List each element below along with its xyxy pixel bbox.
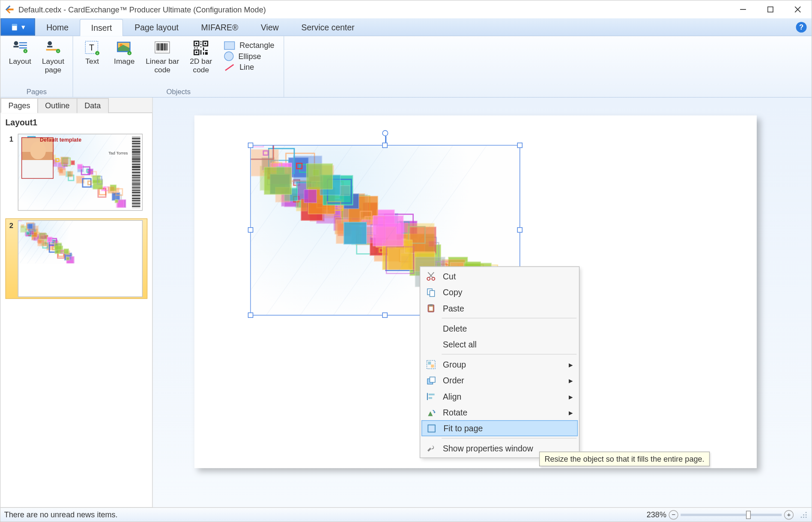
svg-point-80 (801, 516, 802, 518)
template-label: Default template (40, 137, 81, 143)
2d-barcode-button[interactable]: 2D bar code (186, 39, 216, 86)
svg-rect-51 (205, 50, 208, 51)
svg-point-78 (803, 514, 804, 515)
menu-item-paste[interactable]: Paste (421, 300, 578, 316)
svg-text:+: + (57, 49, 60, 53)
side-panel-tabs: Pages Outline Data (0, 98, 152, 113)
resize-handle-lm[interactable] (248, 227, 253, 232)
svg-rect-44 (196, 52, 197, 53)
svg-rect-50 (203, 47, 204, 50)
app-icon (4, 4, 15, 15)
title-bar: Default.cedx - CardExchange™ Producer Ul… (0, 0, 811, 18)
menu-item-delete[interactable]: Delete (421, 320, 578, 336)
ellipse-icon (224, 51, 233, 61)
main-area: Pages Outline Data Layout1 1 Default tem… (0, 98, 811, 507)
svg-rect-67 (431, 364, 434, 367)
tab-insert[interactable]: Insert (80, 19, 123, 36)
page-thumbnail-1[interactable]: 1 Default template Tad Torres (5, 132, 147, 212)
submenu-arrow-icon: ▸ (569, 376, 573, 385)
zoom-level: 238% (647, 510, 666, 519)
zoom-slider[interactable] (681, 513, 782, 516)
svg-rect-71 (429, 393, 435, 395)
svg-rect-54 (205, 52, 208, 55)
svg-point-56 (427, 277, 430, 280)
cut-icon (426, 271, 436, 281)
barcode-icon (132, 137, 140, 208)
ribbon-group-objects: T+ Text + Image Linear bar code 2D bar c… (73, 36, 284, 97)
linear-barcode-button[interactable]: Linear bar code (142, 39, 183, 86)
ribbon-content: + Layout + Layout page Pages T+ Text + I… (0, 36, 811, 98)
svg-point-82 (806, 516, 807, 518)
svg-text:T: T (89, 43, 94, 52)
svg-rect-38 (157, 51, 168, 52)
tab-view[interactable]: View (250, 18, 290, 36)
resize-handle-tr[interactable] (517, 142, 522, 148)
tab-mifare[interactable]: MIFARE® (190, 18, 249, 36)
tab-home[interactable]: Home (35, 18, 80, 36)
tab-service-center[interactable]: Service center (290, 18, 366, 36)
resize-handle-bl[interactable] (248, 312, 253, 317)
zoom-slider-thumb[interactable] (746, 510, 751, 519)
layout-button[interactable]: + Layout (5, 39, 35, 86)
thumbnail-preview-2 (18, 220, 143, 297)
resize-handle-bm[interactable] (382, 312, 387, 317)
menu-item-align[interactable]: Align ▸ (421, 388, 578, 404)
help-icon[interactable]: ? (796, 22, 807, 33)
resize-handle-rm[interactable] (517, 227, 522, 232)
group-label-pages: Pages (27, 86, 47, 96)
svg-point-77 (806, 512, 807, 513)
svg-text:+: + (128, 51, 131, 56)
menu-item-rotate[interactable]: Rotate ▸ (421, 404, 578, 420)
svg-rect-5 (12, 24, 17, 26)
rotation-handle[interactable] (382, 130, 388, 136)
side-tab-outline[interactable]: Outline (37, 98, 77, 113)
submenu-arrow-icon: ▸ (569, 359, 573, 369)
canvas-viewport[interactable]: Cut Copy Paste Delete Select all (153, 98, 812, 507)
side-tab-pages[interactable]: Pages (0, 98, 38, 113)
svg-rect-66 (428, 361, 431, 364)
menu-item-group[interactable]: Group ▸ (421, 356, 578, 372)
zoom-out-button[interactable]: − (669, 510, 678, 519)
resize-handle-tl[interactable] (248, 142, 253, 148)
menu-item-select-all[interactable]: Select all (421, 336, 578, 352)
text-button[interactable]: T+ Text (78, 39, 107, 86)
ribbon-tab-strip: ▾ Home Insert Page layout MIFARE® View S… (0, 18, 811, 36)
qr-icon (193, 40, 209, 56)
svg-rect-1 (768, 7, 773, 12)
page-thumbnail-2[interactable]: 2 (5, 218, 147, 299)
tab-page-layout[interactable]: Page layout (123, 18, 190, 36)
svg-rect-33 (161, 43, 163, 50)
maximize-button[interactable] (757, 0, 784, 18)
close-button[interactable] (784, 0, 812, 18)
menu-item-fit-to-page[interactable]: Fit to page (421, 420, 578, 436)
layout-icon: + (12, 40, 28, 56)
svg-rect-14 (48, 46, 53, 47)
resize-grip-icon[interactable] (800, 510, 808, 519)
svg-rect-49 (197, 47, 198, 48)
svg-point-79 (806, 514, 807, 515)
ellipse-shape-button[interactable]: Ellipse (224, 51, 274, 61)
svg-marker-74 (433, 412, 436, 413)
menu-item-order[interactable]: Order ▸ (421, 372, 578, 388)
menu-item-copy[interactable]: Copy (421, 284, 578, 300)
file-menu-button[interactable]: ▾ (0, 18, 35, 36)
layout-page-button[interactable]: + Layout page (39, 39, 68, 86)
svg-marker-73 (428, 411, 433, 416)
minimize-button[interactable] (729, 0, 757, 18)
svg-rect-52 (200, 50, 201, 55)
rectangle-shape-button[interactable]: Rectangle (224, 41, 274, 50)
resize-handle-tm[interactable] (382, 142, 387, 148)
side-tab-data[interactable]: Data (77, 98, 108, 113)
zoom-in-button[interactable]: + (784, 510, 794, 519)
layout-page-icon: + (45, 40, 62, 56)
svg-rect-37 (167, 43, 167, 50)
line-shape-button[interactable]: Line (224, 63, 274, 72)
svg-rect-69 (430, 377, 435, 382)
layout-title: Layout1 (5, 118, 147, 127)
svg-rect-34 (164, 43, 164, 50)
image-button[interactable]: + Image (110, 39, 139, 86)
svg-rect-72 (429, 397, 432, 398)
svg-point-57 (432, 277, 435, 280)
menu-item-cut[interactable]: Cut (421, 268, 578, 284)
svg-rect-40 (196, 43, 197, 44)
